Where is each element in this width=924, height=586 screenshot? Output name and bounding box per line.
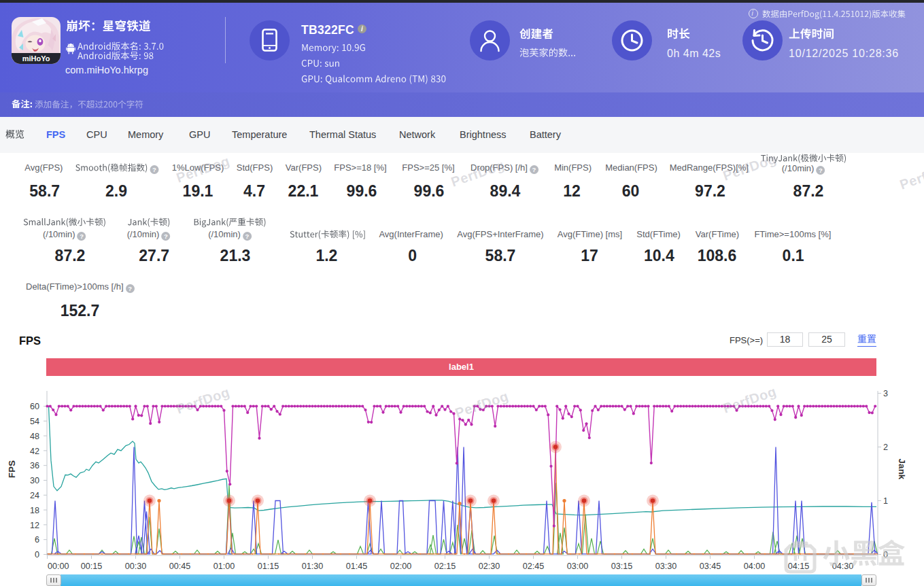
svg-text:01:45: 01:45: [346, 562, 368, 571]
svg-text:0: 0: [35, 550, 39, 559]
svg-text:02:45: 02:45: [523, 562, 545, 571]
svg-text:01:00: 01:00: [213, 562, 235, 571]
svg-text:03:00: 03:00: [567, 562, 589, 571]
svg-text:1: 1: [883, 496, 888, 506]
svg-text:Jank: Jank: [897, 459, 907, 480]
svg-text:miHoYo: miHoYo: [22, 54, 50, 63]
svg-text:00:30: 00:30: [125, 562, 147, 571]
svg-text:54: 54: [30, 417, 39, 426]
svg-text:00:00: 00:00: [48, 562, 69, 571]
svg-text:03:15: 03:15: [611, 562, 633, 571]
svg-text:00:15: 00:15: [81, 562, 103, 571]
svg-text:3: 3: [883, 389, 888, 398]
svg-text:42: 42: [30, 447, 39, 456]
svg-text:24: 24: [30, 491, 39, 500]
svg-text:18: 18: [30, 506, 39, 515]
svg-text:12: 12: [30, 521, 39, 530]
svg-text:02:00: 02:00: [390, 562, 412, 571]
svg-text:48: 48: [30, 432, 39, 441]
svg-text:2: 2: [883, 443, 888, 452]
svg-text:01:30: 01:30: [302, 562, 324, 571]
svg-text:03:45: 03:45: [700, 562, 721, 571]
svg-text:00:45: 00:45: [169, 562, 191, 571]
svg-text:01:15: 01:15: [258, 562, 279, 571]
svg-text:36: 36: [30, 461, 39, 470]
svg-text:03:30: 03:30: [655, 562, 677, 571]
svg-text:02:30: 02:30: [479, 562, 500, 571]
svg-text:FPS: FPS: [7, 460, 17, 478]
svg-text:02:15: 02:15: [434, 562, 456, 571]
svg-text:04:00: 04:00: [744, 562, 766, 571]
svg-text:30: 30: [30, 476, 39, 485]
svg-text:6: 6: [35, 535, 39, 545]
svg-text:60: 60: [30, 402, 39, 411]
